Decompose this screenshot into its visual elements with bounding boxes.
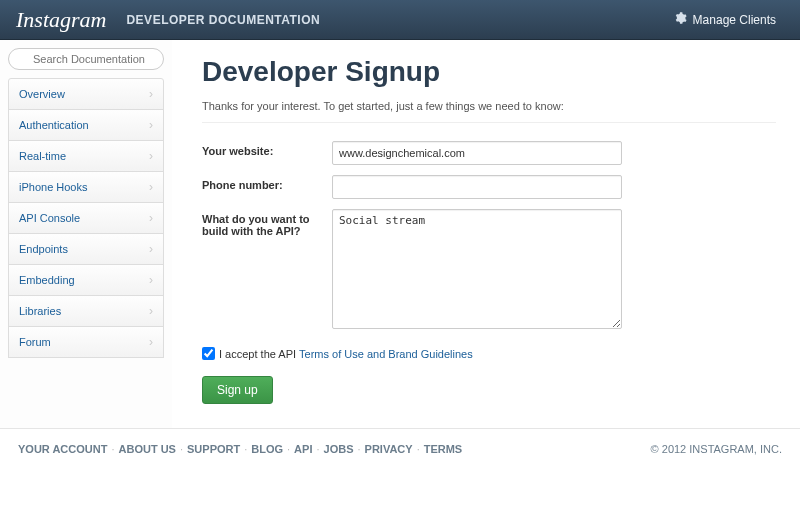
sidebar-item-label: API Console	[19, 212, 80, 224]
sidebar-item-label: Forum	[19, 336, 51, 348]
sidebar-item-libraries[interactable]: Libraries›	[8, 295, 164, 327]
sidebar-item-real-time[interactable]: Real-time›	[8, 140, 164, 172]
chevron-right-icon: ›	[149, 211, 153, 225]
footer-link-blog[interactable]: BLOG	[251, 443, 283, 455]
footer-link-terms[interactable]: TERMS	[424, 443, 463, 455]
footer-links: YOUR ACCOUNT·ABOUT US·SUPPORT·BLOG·API·J…	[18, 443, 462, 455]
chevron-right-icon: ›	[149, 273, 153, 287]
manage-clients-link[interactable]: Manage Clients	[665, 7, 784, 32]
gear-icon	[673, 11, 693, 28]
accept-checkbox[interactable]	[202, 347, 215, 360]
manage-clients-label: Manage Clients	[693, 13, 776, 27]
footer-link-api[interactable]: API	[294, 443, 312, 455]
chevron-right-icon: ›	[149, 242, 153, 256]
sidebar-item-label: Real-time	[19, 150, 66, 162]
website-label: Your website:	[202, 141, 332, 165]
chevron-right-icon: ›	[149, 180, 153, 194]
footer-link-jobs[interactable]: JOBS	[324, 443, 354, 455]
sidebar-item-label: Libraries	[19, 305, 61, 317]
footer-link-your-account[interactable]: YOUR ACCOUNT	[18, 443, 107, 455]
brand-logo: Instagram	[16, 7, 106, 33]
sidebar-item-label: Endpoints	[19, 243, 68, 255]
intro-text: Thanks for your interest. To get started…	[202, 100, 776, 123]
sidebar-item-endpoints[interactable]: Endpoints›	[8, 233, 164, 265]
sidebar-nav: Overview›Authentication›Real-time›iPhone…	[8, 78, 164, 358]
website-input[interactable]	[332, 141, 622, 165]
chevron-right-icon: ›	[149, 87, 153, 101]
sidebar-item-label: Embedding	[19, 274, 75, 286]
footer-link-about-us[interactable]: ABOUT US	[119, 443, 176, 455]
accept-prefix: I accept the API	[219, 348, 296, 360]
footer-link-support[interactable]: SUPPORT	[187, 443, 240, 455]
terms-link[interactable]: Terms of Use and Brand Guidelines	[299, 348, 473, 360]
phone-input[interactable]	[332, 175, 622, 199]
sidebar-item-authentication[interactable]: Authentication›	[8, 109, 164, 141]
build-textarea[interactable]	[332, 209, 622, 329]
sidebar-item-label: iPhone Hooks	[19, 181, 88, 193]
search-input[interactable]	[8, 48, 164, 70]
signup-button[interactable]: Sign up	[202, 376, 273, 404]
accept-row: I accept the API Terms of Use and Brand …	[202, 347, 776, 360]
doc-title: DEVELOPER DOCUMENTATION	[126, 13, 320, 27]
top-bar: Instagram DEVELOPER DOCUMENTATION Manage…	[0, 0, 800, 40]
chevron-right-icon: ›	[149, 149, 153, 163]
sidebar-item-forum[interactable]: Forum›	[8, 326, 164, 358]
sidebar-item-iphone-hooks[interactable]: iPhone Hooks›	[8, 171, 164, 203]
phone-label: Phone number:	[202, 175, 332, 199]
footer-copyright: © 2012 INSTAGRAM, INC.	[651, 443, 782, 455]
build-label: What do you want to build with the API?	[202, 209, 332, 329]
chevron-right-icon: ›	[149, 118, 153, 132]
sidebar-item-embedding[interactable]: Embedding›	[8, 264, 164, 296]
footer: YOUR ACCOUNT·ABOUT US·SUPPORT·BLOG·API·J…	[0, 428, 800, 469]
sidebar-item-label: Overview	[19, 88, 65, 100]
page-heading: Developer Signup	[202, 56, 776, 88]
sidebar: Overview›Authentication›Real-time›iPhone…	[0, 40, 172, 428]
chevron-right-icon: ›	[149, 335, 153, 349]
footer-link-privacy[interactable]: PRIVACY	[365, 443, 413, 455]
main-content: Developer Signup Thanks for your interes…	[172, 40, 800, 428]
sidebar-item-label: Authentication	[19, 119, 89, 131]
sidebar-item-overview[interactable]: Overview›	[8, 78, 164, 110]
sidebar-item-api-console[interactable]: API Console›	[8, 202, 164, 234]
chevron-right-icon: ›	[149, 304, 153, 318]
